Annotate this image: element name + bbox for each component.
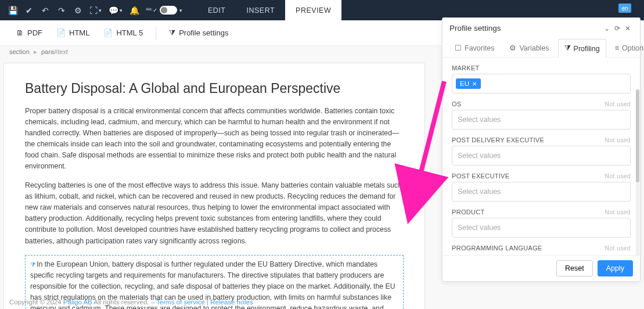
chip-remove-icon[interactable]: ✕ [472, 81, 477, 87]
apply-button[interactable]: Apply [598, 260, 633, 276]
reset-button[interactable]: Reset [556, 260, 593, 276]
panel-footer: Reset Apply [442, 255, 640, 281]
footer: Copyright © 2024 Paligo AB All rights re… [0, 295, 644, 309]
tab-variables[interactable]: ⚙Variables [503, 38, 555, 57]
divider [156, 26, 156, 40]
tab-edit[interactable]: EDIT [197, 0, 236, 20]
profile-settings-panel: Profile settings ⌄ ⟳ ✕ ☐Favorites ⚙Varia… [442, 17, 641, 282]
pde-select[interactable]: Select values [452, 146, 631, 166]
not-used-label: Not used [605, 245, 631, 250]
file-solid-icon: 📄 [56, 28, 66, 37]
select-placeholder: Select values [456, 188, 501, 196]
field-label: POST DELIVERY EXECUTIVE [452, 136, 544, 143]
field-market: MARKET EU✕ [452, 64, 631, 94]
field-os: OSNot used Select values [452, 100, 631, 130]
panel-title: Profile settings [449, 24, 501, 33]
select-placeholder: Select values [456, 224, 501, 232]
not-used-label: Not used [605, 136, 631, 143]
page-title: Battery Disposal: A Global and European … [25, 81, 404, 96]
footer-rights: All rights reserved. – [92, 299, 156, 306]
tab-profiling[interactable]: ⧩Profiling [558, 39, 606, 58]
field-product: PRODUCTNot used Select values [452, 209, 631, 238]
field-label: MARKET [452, 64, 480, 71]
collapse-icon[interactable]: ⌄ [602, 24, 612, 33]
undo-icon[interactable]: ↶ [37, 1, 53, 20]
field-label: PRODUCT [452, 209, 485, 215]
breadcrumb-section[interactable]: section [9, 48, 30, 55]
bookmark-icon: ☐ [455, 44, 462, 52]
tab-insert[interactable]: INSERT [236, 0, 285, 20]
tab-preview[interactable]: PREVIEW [285, 0, 341, 20]
footer-release-link[interactable]: Release notes [210, 299, 253, 306]
select-placeholder: Select values [456, 116, 501, 124]
scrollbar[interactable] [636, 89, 639, 255]
file-icon: 🗎 [16, 28, 24, 37]
file-solid-icon: 📄 [103, 28, 113, 37]
field-post-delivery-executive: POST DELIVERY EXECUTIVENot used Select v… [452, 136, 631, 166]
panel-body: MARKET EU✕ OSNot used Select values POST… [442, 58, 640, 255]
field-label: PROGRAMMING LANGUAGE [452, 245, 542, 250]
breadcrumb-para[interactable]: para [41, 48, 54, 55]
not-used-label: Not used [605, 209, 631, 215]
footer-copyright: Copyright © 2024 [9, 299, 63, 306]
panel-header: Profile settings ⌄ ⟳ ✕ [442, 18, 640, 38]
footer-company-link[interactable]: Paligo AB [63, 299, 92, 306]
market-select[interactable]: EU✕ [452, 74, 631, 94]
language-badge[interactable]: en [618, 3, 631, 13]
tab-favorites[interactable]: ☐Favorites [448, 38, 501, 57]
redo-icon[interactable]: ↷ [53, 1, 70, 20]
document-preview: Battery Disposal: A Global and European … [3, 63, 425, 309]
pe-select[interactable]: Select values [452, 182, 631, 202]
comment-dropdown[interactable]: 💬 [105, 1, 126, 20]
not-used-label: Not used [605, 173, 631, 179]
chip-eu[interactable]: EU✕ [456, 78, 481, 89]
os-select[interactable]: Select values [452, 110, 631, 130]
close-icon[interactable]: ✕ [623, 24, 633, 33]
footer-sep: | [205, 299, 210, 306]
export-pdf-label: PDF [27, 28, 42, 37]
panel-tabs: ☐Favorites ⚙Variables ⧩Profiling ≡Option… [442, 38, 640, 58]
export-html-label: HTML [69, 28, 89, 37]
breadcrumb-text: #text [54, 48, 68, 55]
field-label: OS [452, 100, 462, 107]
filter-icon: ⧩ [564, 44, 571, 53]
filter-icon: ⧩ [30, 261, 35, 268]
footer-terms-link[interactable]: Terms of service [156, 299, 205, 306]
not-used-label: Not used [605, 100, 631, 107]
bell-icon[interactable]: 🔔 [126, 1, 142, 20]
spellcheck-toggle[interactable]: ᴬᴮᶜ✓ ▾ [142, 1, 186, 20]
gear-icon[interactable]: ⚙ [70, 1, 86, 20]
export-html-button[interactable]: 📄 HTML [49, 28, 96, 37]
structure-dropdown[interactable]: ⛶ [86, 1, 105, 20]
save-icon[interactable]: 💾 [5, 1, 21, 20]
doc-paragraph: Proper battery disposal is a critical en… [25, 106, 404, 172]
scrollbar-thumb[interactable] [636, 89, 639, 182]
doc-paragraph: Recycling batteries is one of the most e… [25, 180, 404, 246]
field-post-executive: POST EXECUTIVENot used Select values [452, 173, 631, 202]
export-html5-label: HTML 5 [116, 28, 143, 37]
sliders-icon: ⚙ [509, 44, 516, 52]
field-programming-language: PROGRAMMING LANGUAGENot used [452, 245, 631, 250]
filter-icon: ⧩ [169, 28, 175, 38]
profile-settings-button[interactable]: ⧩ Profile settings [162, 28, 235, 38]
check-icon[interactable]: ✔ [21, 1, 37, 20]
options-icon: ≡ [615, 44, 619, 52]
select-placeholder: Select values [456, 152, 501, 160]
profile-settings-label: Profile settings [179, 28, 228, 37]
product-select[interactable]: Select values [452, 218, 631, 238]
breadcrumb-sep: ▸ [34, 48, 37, 55]
export-pdf-button[interactable]: 🗎 PDF [9, 28, 49, 37]
field-label: POST EXECUTIVE [452, 173, 509, 179]
tab-options[interactable]: ≡Options [609, 38, 644, 57]
refresh-icon[interactable]: ⟳ [612, 24, 623, 33]
export-html5-button[interactable]: 📄 HTML 5 [96, 28, 150, 37]
